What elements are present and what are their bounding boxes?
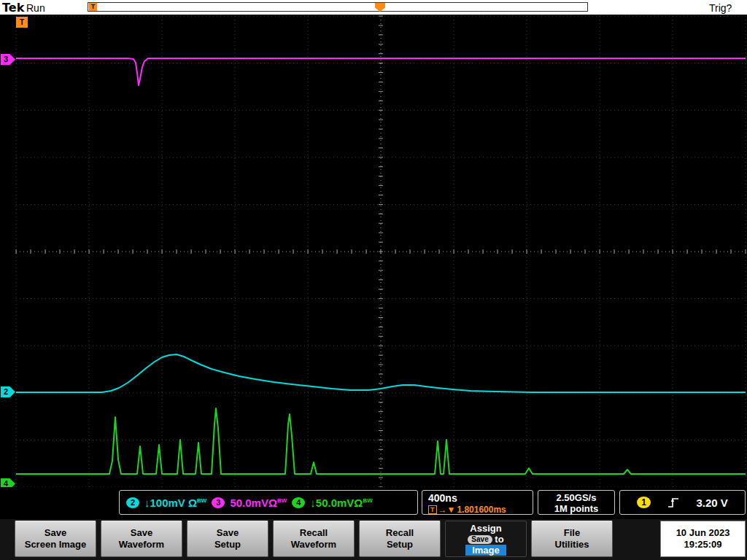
date-value: 10 Jun 2023 [661,527,745,539]
assign-label: Assign [446,523,526,534]
button-label: Waveform [274,539,354,551]
record-length: 1M points [538,503,614,514]
timebase-readout: 400ns T →▼ 1.801600ms [422,490,533,515]
recall-waveform-button[interactable]: Recall Waveform [273,521,355,557]
ch4-bandwidth-icon: BW [363,497,372,504]
rising-edge-icon [667,496,679,509]
ch3-coupling: Ω [268,497,277,509]
ch3-bandwidth-icon: BW [277,497,287,504]
ch3-scale-value: 50.0mV [230,497,268,509]
trigger-status-label: Trig? [709,2,732,14]
trigger-level-marker[interactable]: T [16,17,28,28]
ch4-coupling: Ω [354,497,363,509]
time-value: 19:25:09 [661,539,745,551]
channel-3-badge: 3 [212,497,225,508]
button-label: Recall [360,527,440,539]
channel-2-scale: ↓100mV ΩBW [144,497,206,509]
oscilloscope-screen: Tek Run T Trig? T 3 2 4 2 ↓100mV ΩBW 3 5… [0,0,747,560]
trigger-delay-arrow-icon: →▼ [438,505,456,515]
ch2-coupling: Ω [188,497,197,509]
waveform-display [0,15,747,489]
button-label: File [532,527,612,539]
assign-target-row: Image [446,545,526,556]
channel-4-trace [16,408,746,474]
file-utilities-button[interactable]: File Utilities [531,521,613,557]
acquisition-run-status: Run [26,2,45,14]
channel-scale-readouts: 2 ↓100mV ΩBW 3 50.0mVΩBW 4 ↓50.0mVΩBW [119,490,418,515]
button-label: Recall [274,527,354,539]
channel-4-badge: 4 [292,497,305,508]
save-badge: Save [468,535,492,544]
trigger-level-value: 3.20 V [696,497,727,509]
to-label: to [495,534,503,545]
assign-save-button[interactable]: Assign Save to Image [445,521,527,557]
button-label: Screen Image [15,539,96,551]
trigger-position-marker-icon[interactable] [375,3,385,12]
channel-4-scale: ↓50.0mVΩBW [310,497,372,509]
sample-rate: 2.50GS/s [538,492,614,503]
button-label: Save [187,527,268,539]
trigger-readout: 1 3.20 V [619,490,746,515]
acquisition-readout: 2.50GS/s 1M points [538,490,615,515]
horizontal-scale: 400ns [428,492,527,504]
ch2-bandwidth-icon: BW [197,497,206,504]
save-waveform-button[interactable]: Save Waveform [101,521,182,557]
ch2-scale-value: ↓100mV [144,497,188,509]
button-label: Setup [187,539,268,551]
button-label: Utilities [532,539,612,551]
save-setup-button[interactable]: Save Setup [187,521,268,557]
button-label: Waveform [101,539,182,551]
button-label: Save [15,527,96,539]
channel-1-badge: 1 [637,497,651,508]
tek-logo: Tek [2,1,24,15]
assign-middle-row: Save to [446,534,526,545]
button-label: Setup [360,539,440,551]
acq-trigger-badge: T [89,3,97,11]
readout-bar: 2 ↓100mV ΩBW 3 50.0mVΩBW 4 ↓50.0mVΩBW 40… [0,487,747,519]
trigger-delay-readout: T →▼ 1.801600ms [428,505,527,515]
top-status-bar: Tek Run T Trig? [0,0,747,15]
ch4-scale-value: ↓50.0mV [310,497,354,509]
recall-setup-button[interactable]: Recall Setup [359,521,441,557]
datetime-display: 10 Jun 2023 19:25:09 [660,521,746,557]
channel-2-badge: 2 [126,497,139,508]
assign-target-label: Image [465,545,506,556]
channel-3-scale: 50.0mVΩBW [230,497,287,509]
button-label: Save [101,527,182,539]
channel-3-trace [16,58,746,85]
trigger-delay-icon: T [428,505,437,514]
trigger-delay-value: 1.801600ms [457,505,506,515]
acquisition-preview-bar: T [88,2,588,12]
save-screen-image-button[interactable]: Save Screen Image [15,521,96,557]
softkey-menu-bar: Save Screen Image Save Waveform Save Set… [0,519,747,560]
